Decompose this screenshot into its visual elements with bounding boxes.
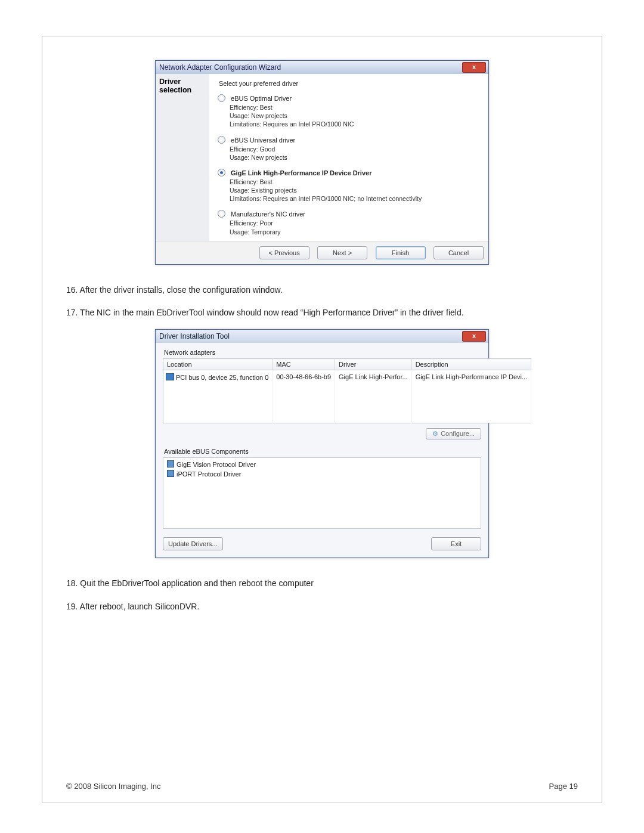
radio-icon[interactable] — [218, 136, 225, 144]
wizard-sidebar: Driver selection — [156, 74, 209, 241]
close-icon[interactable]: x — [462, 62, 486, 73]
wizard-button-bar: < Previous Next > Finish Cancel — [156, 241, 488, 264]
page-footer: © 2008 Silicon Imaging, Inc Page 19 — [66, 782, 578, 791]
col-mac[interactable]: MAC — [273, 359, 335, 370]
copyright: © 2008 Silicon Imaging, Inc — [66, 782, 160, 791]
next-button[interactable]: Next > — [317, 246, 367, 259]
driver-tool-title: Driver Installation Tool — [156, 332, 233, 340]
radio-icon[interactable] — [218, 169, 225, 176]
list-item[interactable]: iPORT Protocol Driver — [167, 470, 477, 479]
radio-icon[interactable] — [218, 210, 225, 218]
page-number: Page 19 — [549, 782, 578, 791]
cancel-button[interactable]: Cancel — [434, 246, 484, 259]
cell-description: GigE Link High-Performance IP Devi... — [411, 370, 531, 384]
driver-option[interactable]: Manufacturer's NIC driver Efficiency: Po… — [218, 210, 480, 236]
driver-option-desc: Limitations: Requires an Intel PRO/1000 … — [230, 194, 480, 203]
wizard-title: Network Adapter Configuration Wizard — [156, 63, 284, 72]
components-label: Available eBUS Components — [164, 448, 481, 455]
driver-option-desc: Usage: Temporary — [230, 228, 480, 236]
step-16: 16. After the driver installs, close the… — [66, 284, 578, 296]
driver-option-desc: Efficiency: Poor — [230, 219, 480, 227]
driver-option[interactable]: eBUS Universal driver Efficiency: Good U… — [218, 136, 480, 162]
driver-option-desc: Efficiency: Good — [230, 145, 480, 153]
col-description[interactable]: Description — [411, 359, 531, 370]
driver-option[interactable]: eBUS Optimal Driver Efficiency: Best Usa… — [218, 94, 480, 129]
step-18: 18. Quit the EbDriverTool application an… — [66, 577, 578, 589]
wizard-main: Select your preferred driver eBUS Optima… — [209, 74, 488, 241]
step-19: 19. After reboot, launch SiliconDVR. — [66, 600, 578, 612]
col-location[interactable]: Location — [163, 359, 273, 370]
instruction-text: 18. Quit the EbDriverTool application an… — [66, 577, 578, 612]
finish-button[interactable]: Finish — [376, 246, 426, 259]
step-17: 17. The NIC in the main EbDriverTool win… — [66, 306, 578, 318]
cell-mac: 00-30-48-66-6b-b9 — [273, 370, 335, 384]
driver-option-label: GigE Link High-Performance IP Device Dri… — [231, 169, 371, 176]
driver-option-desc: Usage: New projects — [230, 112, 480, 120]
configure-button[interactable]: ⚙Configure... — [426, 428, 481, 439]
driver-option-desc: Efficiency: Best — [230, 103, 480, 112]
components-list: GigE Vision Protocol Driver iPORT Protoc… — [163, 457, 481, 529]
driver-option-desc: Limitations: Requires an Intel PRO/1000 … — [230, 120, 480, 128]
driver-tool-window: Driver Installation Tool x Network adapt… — [155, 329, 489, 558]
cell-location: PCI bus 0, device 25, function 0 — [176, 374, 268, 381]
previous-button[interactable]: < Previous — [259, 246, 309, 259]
instruction-text: 16. After the driver installs, close the… — [66, 284, 578, 319]
adapters-label: Network adapters — [164, 349, 481, 356]
table-header-row: Location MAC Driver Description — [163, 359, 531, 370]
wizard-prompt: Select your preferred driver — [219, 80, 480, 87]
driver-option-desc: Efficiency: Best — [230, 178, 480, 186]
table-row[interactable]: PCI bus 0, device 25, function 0 00-30-4… — [163, 370, 531, 384]
exit-button[interactable]: Exit — [431, 537, 481, 550]
radio-icon[interactable] — [218, 94, 225, 102]
close-icon[interactable]: x — [462, 331, 486, 342]
cell-driver: GigE Link High-Perfor... — [335, 370, 412, 384]
wizard-heading: Driver selection — [159, 78, 209, 94]
update-drivers-button[interactable]: Update Drivers... — [163, 537, 223, 550]
wizard-titlebar: Network Adapter Configuration Wizard x — [156, 61, 488, 74]
list-item[interactable]: GigE Vision Protocol Driver — [167, 460, 477, 470]
col-driver[interactable]: Driver — [335, 359, 412, 370]
driver-icon — [167, 460, 174, 467]
nic-icon — [166, 373, 174, 380]
driver-option-selected[interactable]: GigE Link High-Performance IP Device Dri… — [218, 169, 480, 203]
driver-option-desc: Usage: New projects — [230, 153, 480, 162]
config-wizard-window: Network Adapter Configuration Wizard x D… — [155, 60, 489, 265]
driver-option-label: eBUS Universal driver — [231, 137, 295, 144]
adapters-table: Location MAC Driver Description PCI bus … — [163, 358, 531, 423]
driver-tool-titlebar: Driver Installation Tool x — [156, 330, 488, 343]
driver-option-label: eBUS Optimal Driver — [231, 95, 292, 102]
driver-option-desc: Usage: Existing projects — [230, 186, 480, 194]
driver-option-label: Manufacturer's NIC driver — [231, 210, 305, 218]
driver-icon — [167, 470, 174, 477]
gear-icon: ⚙ — [432, 430, 438, 437]
